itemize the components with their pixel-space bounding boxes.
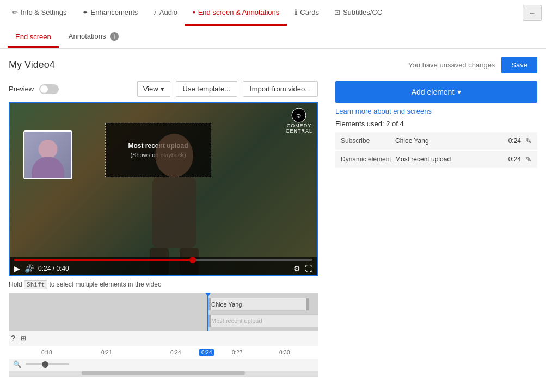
nav-item-enhancements[interactable]: ✦ Enhancements: [75, 0, 146, 26]
svg-point-2: [155, 134, 193, 177]
video-controls: ▶ 🔊 0:24 / 0:40 ⚙ ⛶: [10, 257, 317, 275]
preview-controls: Preview View ▾ Use template... Import fr…: [9, 81, 318, 97]
element-type-dynamic: Dynamic element: [341, 155, 395, 163]
timeline-ruler: 0:18 0:21 0:24 0:24 0:27 0:30: [9, 346, 318, 359]
list-item[interactable]: Dynamic element Most recent upload 0:24 …: [335, 151, 537, 168]
progress-fill: [14, 259, 193, 261]
right-panel: Add element ▾ Learn more about end scree…: [327, 81, 546, 377]
element-name-chloe: Chloe Yang: [395, 137, 508, 145]
dropdown-arrow-icon: ▾: [457, 88, 461, 96]
current-time: 0:24 / 0:40: [38, 265, 69, 272]
fullscreen-button[interactable]: ⛶: [305, 264, 312, 273]
add-element-button[interactable]: Add element ▾: [335, 81, 537, 103]
use-template-button[interactable]: Use template...: [176, 81, 237, 97]
timeline: Chloe Yang Most recent upload ? ⊞: [9, 293, 318, 377]
nav-item-cards[interactable]: ℹ Cards: [287, 0, 327, 26]
tab-annotations[interactable]: Annotations i: [61, 27, 126, 48]
timeline-tracks: Chloe Yang Most recent upload: [9, 293, 318, 331]
cc-logo: © COMEDY CENTRAL: [286, 108, 312, 134]
page-title: My Video4: [9, 59, 55, 71]
nav-item-info-settings[interactable]: ✏ Info & Settings: [4, 0, 75, 26]
timeline-help-button[interactable]: ?: [11, 334, 15, 343]
edit-recent-icon[interactable]: ✎: [525, 155, 532, 164]
element-time-subscribe: 0:24: [508, 137, 521, 145]
nav-item-subtitles[interactable]: ⊡ Subtitles/CC: [327, 0, 390, 26]
subscribe-handle-right[interactable]: [306, 298, 309, 310]
nav-item-audio[interactable]: ♪ Audio: [145, 0, 185, 26]
import-from-video-button[interactable]: Import from video...: [243, 81, 318, 97]
ruler-mark-018: 0:18: [41, 350, 52, 356]
preview-toggle[interactable]: [39, 84, 59, 94]
video-player[interactable]: © COMEDY CENTRAL Most recent upload (Sho…: [9, 102, 318, 276]
svg-rect-3: [152, 177, 196, 248]
subscribe-element[interactable]: [23, 130, 72, 179]
unsaved-changes-text: You have unsaved changes: [408, 61, 495, 69]
element-type-subscribe: Subscribe: [341, 137, 395, 145]
progress-bar[interactable]: [14, 259, 312, 261]
zoom-slider[interactable]: [26, 363, 69, 365]
view-button[interactable]: View ▾: [137, 81, 170, 97]
learn-more-link[interactable]: Learn more about end screens: [335, 107, 537, 115]
recent-upload-track: Most recent upload: [9, 313, 318, 328]
back-button[interactable]: ←: [523, 5, 542, 21]
annotations-info-icon[interactable]: i: [110, 32, 119, 41]
list-item[interactable]: Subscribe Chloe Yang 0:24 ✎: [335, 132, 537, 150]
subscribe-avatar: [24, 132, 71, 178]
title-bar: My Video4 You have unsaved changes Save: [0, 49, 546, 81]
play-button[interactable]: ▶: [14, 264, 20, 273]
person-figure: [120, 123, 229, 275]
ruler-mark-024: 0:24: [170, 350, 181, 356]
timeline-lock-button[interactable]: ⊞: [17, 332, 29, 344]
help-text: Hold Shift to select multiple elements i…: [9, 281, 318, 288]
avatar-head: [39, 140, 58, 159]
main-content: Preview View ▾ Use template... Import fr…: [0, 81, 546, 377]
svg-text:©: ©: [297, 113, 302, 119]
volume-button[interactable]: 🔊: [24, 264, 34, 273]
chevron-down-icon: ▾: [161, 85, 164, 93]
elements-used-text: Elements used: 2 of 4: [335, 120, 537, 128]
ruler-marks: 0:18 0:21 0:24 0:24 0:27 0:30: [9, 346, 318, 359]
settings-button[interactable]: ⚙: [293, 264, 300, 273]
edit-subscribe-icon[interactable]: ✎: [525, 136, 532, 145]
screen-icon: ▪: [193, 8, 195, 16]
ruler-mark-030: 0:30: [279, 350, 290, 356]
captions-icon: ⊡: [334, 8, 340, 16]
left-panel: Preview View ▾ Use template... Import fr…: [0, 81, 327, 377]
tab-end-screen[interactable]: End screen: [8, 27, 59, 48]
recent-upload-track-block[interactable]: Most recent upload: [207, 314, 318, 327]
ruler-mark-027: 0:27: [232, 350, 242, 356]
save-button[interactable]: Save: [501, 57, 537, 73]
ruler-mark-021: 0:21: [101, 350, 112, 356]
timeline-controls-row: ? ⊞: [9, 331, 318, 346]
horizontal-scrollbar[interactable]: [9, 371, 318, 377]
preview-label: Preview: [9, 85, 34, 93]
pencil-icon: ✏: [12, 8, 18, 16]
sparkle-icon: ✦: [82, 8, 88, 16]
zoom-out-icon[interactable]: 🔍: [13, 360, 21, 368]
nav-item-end-screen[interactable]: ▪ End screen & Annotations: [185, 0, 287, 26]
element-time-recent: 0:24: [508, 155, 521, 163]
top-navigation: ✏ Info & Settings ✦ Enhancements ♪ Audio…: [0, 0, 546, 26]
scrollbar-row: 🔍: [9, 359, 318, 370]
music-icon: ♪: [153, 8, 157, 16]
avatar-body: [32, 157, 64, 178]
ruler-mark-current: 0:24: [199, 349, 214, 356]
scrollbar-thumb[interactable]: [82, 371, 245, 375]
video-background: © COMEDY CENTRAL Most recent upload (Sho…: [10, 103, 317, 275]
info-circle-icon: ℹ: [295, 8, 297, 16]
element-name-recent: Most recent upload: [395, 155, 508, 163]
sub-tabs-bar: End screen Annotations i: [0, 26, 546, 49]
timeline-playhead[interactable]: [207, 293, 208, 331]
subscribe-track: Chloe Yang: [9, 297, 318, 312]
subscribe-track-block[interactable]: Chloe Yang: [207, 298, 310, 311]
